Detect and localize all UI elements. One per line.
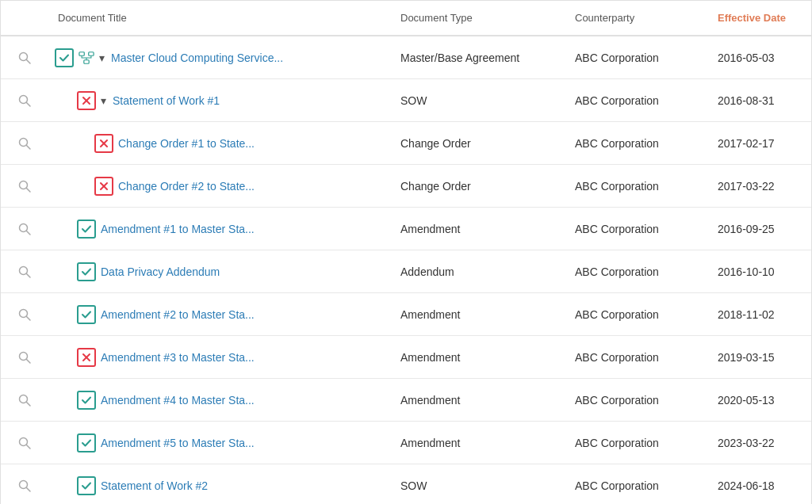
svg-line-7	[27, 102, 31, 106]
status-badge-green	[77, 433, 96, 452]
status-badge-green	[77, 391, 96, 410]
search-icon[interactable]	[17, 221, 33, 237]
svg-rect-4	[84, 59, 89, 63]
document-title-link[interactable]: Statement of Work #1	[113, 94, 220, 107]
cell-title: Change Order #2 to State...	[48, 169, 391, 204]
document-title-link[interactable]: Amendment #1 to Master Sta...	[101, 223, 255, 235]
svg-line-25	[27, 359, 31, 363]
svg-line-11	[27, 145, 31, 149]
header-effective-date: Effective Date	[708, 9, 811, 27]
cell-counterparty: ABC Corporation	[565, 86, 708, 115]
cell-title: Change Order #1 to State...	[48, 126, 391, 161]
expand-icon[interactable]: ▾	[101, 94, 106, 107]
cell-doc-type: Amendment	[391, 215, 565, 243]
document-title-link[interactable]: Master Cloud Computing Service...	[111, 52, 283, 64]
search-icon[interactable]	[17, 307, 33, 323]
cell-actions	[1, 427, 48, 459]
cell-title: Amendment #5 to Master Sta...	[48, 426, 391, 460]
search-icon[interactable]	[17, 349, 33, 365]
table-row: Statement of Work #2SOWABC Corporation20…	[1, 464, 811, 504]
svg-rect-3	[89, 52, 94, 55]
cell-effective-date: 2020-05-13	[708, 386, 811, 414]
table-row: ▾Statement of Work #1SOWABC Corporation2…	[1, 79, 811, 122]
cell-actions	[1, 256, 48, 288]
document-title-link[interactable]: Change Order #1 to State...	[118, 137, 255, 150]
cell-effective-date: 2024-06-18	[708, 472, 811, 500]
cell-doc-type: Amendment	[391, 386, 565, 414]
status-badge-green	[55, 48, 74, 67]
cell-doc-type: Amendment	[391, 343, 565, 372]
cell-actions	[1, 470, 48, 502]
status-badge-green	[77, 476, 96, 495]
cell-effective-date: 2016-05-03	[708, 44, 811, 72]
table-row: Amendment #4 to Master Sta...AmendmentAB…	[1, 379, 811, 422]
expand-icon[interactable]: ▾	[99, 52, 105, 64]
cell-counterparty: ABC Corporation	[565, 215, 708, 243]
cell-effective-date: 2018-11-02	[708, 300, 811, 329]
status-badge-green	[77, 305, 96, 324]
svg-line-19	[27, 231, 31, 235]
cell-title: Amendment #4 to Master Sta...	[48, 383, 391, 418]
document-title-link[interactable]: Amendment #5 to Master Sta...	[101, 437, 255, 449]
document-title-link[interactable]: Change Order #2 to State...	[118, 180, 255, 193]
search-icon[interactable]	[17, 93, 33, 109]
search-icon[interactable]	[17, 264, 33, 280]
cell-doc-type: SOW	[391, 472, 565, 500]
search-icon[interactable]	[17, 478, 33, 494]
cell-actions	[1, 85, 48, 116]
document-title-link[interactable]: Amendment #3 to Master Sta...	[101, 351, 255, 364]
search-icon[interactable]	[17, 392, 33, 408]
cell-actions	[1, 170, 48, 202]
header-counterparty: Counterparty	[565, 9, 708, 27]
cell-counterparty: ABC Corporation	[565, 429, 708, 457]
cell-doc-type: Amendment	[391, 300, 565, 329]
documents-table: Document Title Document Type Counterpart…	[0, 0, 812, 504]
svg-line-23	[27, 316, 31, 320]
search-icon[interactable]	[17, 178, 33, 194]
cell-title: Amendment #3 to Master Sta...	[48, 340, 391, 375]
svg-line-31	[27, 445, 31, 449]
cell-actions	[1, 213, 48, 245]
document-title-link[interactable]: Statement of Work #2	[101, 479, 208, 492]
cell-counterparty: ABC Corporation	[565, 300, 708, 329]
cell-counterparty: ABC Corporation	[565, 343, 708, 372]
search-icon[interactable]	[17, 435, 33, 451]
hierarchy-icon[interactable]	[79, 50, 94, 66]
cell-title: ▾Statement of Work #1	[48, 83, 391, 118]
cell-doc-type: Change Order	[391, 172, 565, 200]
cell-doc-type: SOW	[391, 86, 565, 115]
cell-title: Statement of Work #2	[48, 468, 391, 503]
search-icon[interactable]	[17, 136, 33, 151]
cell-effective-date: 2016-08-31	[708, 86, 811, 115]
cell-counterparty: ABC Corporation	[565, 172, 708, 200]
cell-doc-type: Master/Base Agreement	[391, 44, 565, 72]
status-badge-red	[77, 91, 96, 110]
status-badge-green	[77, 220, 96, 239]
svg-line-33	[27, 487, 31, 491]
cell-doc-type: Addendum	[391, 258, 565, 286]
cell-counterparty: ABC Corporation	[565, 258, 708, 286]
search-icon[interactable]	[17, 50, 33, 66]
table-row: Amendment #1 to Master Sta...AmendmentAB…	[1, 208, 811, 250]
document-title-link[interactable]: Amendment #2 to Master Sta...	[101, 308, 255, 321]
status-badge-red	[94, 177, 113, 196]
cell-counterparty: ABC Corporation	[565, 44, 708, 72]
status-badge-red	[77, 348, 96, 367]
cell-effective-date: 2016-09-25	[708, 215, 811, 243]
table-row: Amendment #5 to Master Sta...AmendmentAB…	[1, 422, 811, 464]
cell-doc-type: Change Order	[391, 129, 565, 158]
cell-effective-date: 2019-03-15	[708, 343, 811, 372]
svg-rect-2	[79, 52, 84, 55]
table-header: Document Title Document Type Counterpart…	[1, 1, 811, 36]
cell-counterparty: ABC Corporation	[565, 386, 708, 414]
document-title-link[interactable]: Amendment #4 to Master Sta...	[101, 394, 255, 407]
cell-actions	[1, 342, 48, 373]
table-row: Amendment #2 to Master Sta...AmendmentAB…	[1, 293, 811, 336]
cell-effective-date: 2017-03-22	[708, 172, 811, 200]
cell-actions	[1, 384, 48, 416]
cell-counterparty: ABC Corporation	[565, 129, 708, 158]
document-title-link[interactable]: Data Privacy Addendum	[101, 265, 220, 278]
header-document-type: Document Type	[391, 9, 565, 27]
header-actions	[1, 9, 48, 27]
cell-title: Amendment #2 to Master Sta...	[48, 297, 391, 332]
